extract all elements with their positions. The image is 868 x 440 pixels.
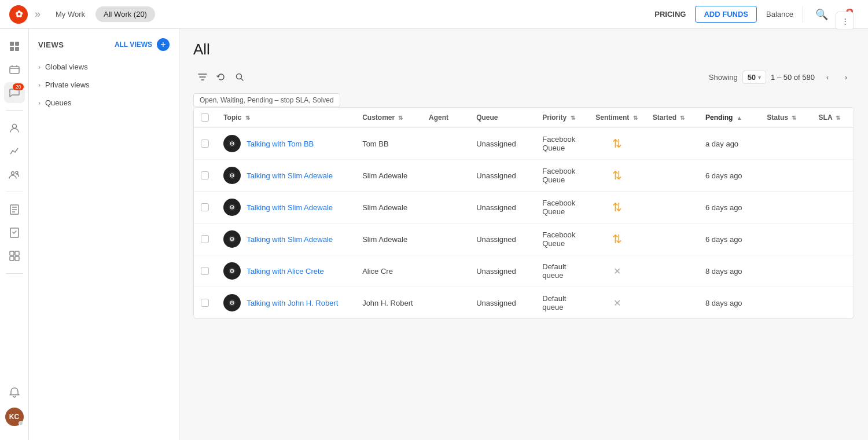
pending-sort-icon: ▲ [737, 115, 742, 121]
pricing-link[interactable]: PRICING [654, 10, 686, 19]
table-body: Talking with Tom BB Tom BB Unassigned Fa… [194, 128, 854, 319]
topic-link[interactable]: Talking with Slim Adewale [247, 235, 333, 244]
queues-label: Queues [45, 98, 72, 107]
agent-column-header[interactable]: Agent [422, 108, 469, 128]
pending-cell: 6 days ago [698, 223, 760, 255]
sentiment-cell: ✕ [589, 255, 645, 287]
status-column-header[interactable]: Status ⇅ [760, 108, 811, 128]
nav-divider [803, 6, 803, 23]
sla-column-header[interactable]: SLA ⇅ [812, 108, 854, 128]
private-views-item[interactable]: › Private views [29, 76, 179, 94]
topic-link[interactable]: Talking with John H. Robert [247, 299, 338, 307]
topic-link[interactable]: Talking with Alice Crete [247, 267, 324, 276]
reports-icon[interactable] [4, 141, 25, 162]
inbox-icon[interactable] [4, 59, 25, 80]
queue-cell: Unassigned [469, 128, 535, 160]
svg-rect-16 [15, 256, 19, 261]
sentiment-icon: ⇅ [612, 137, 622, 150]
reset-icon[interactable] [212, 68, 230, 86]
started-cell [646, 255, 698, 287]
main-layout: 20 KC [0, 29, 868, 440]
views-header: VIEWS ALL VIEWS + [29, 29, 179, 56]
notification-icon[interactable] [4, 382, 25, 403]
avatar-initials: KC [9, 413, 19, 421]
topic-link[interactable]: Talking with Slim Adewale [247, 171, 333, 180]
sla-cell [812, 128, 854, 160]
row-checkbox[interactable] [201, 171, 209, 179]
showing-count-select[interactable]: 50 ▾ [742, 71, 766, 84]
nav-expand-button[interactable]: » [32, 6, 43, 23]
priority-cell: Facebook Queue [535, 160, 589, 192]
pending-cell: 8 days ago [698, 255, 760, 287]
add-funds-button[interactable]: ADD FUNDS [695, 6, 757, 23]
queues-item[interactable]: › Queues [29, 94, 179, 112]
row-checkbox[interactable] [201, 235, 209, 243]
topic-column-header[interactable]: Topic ⇅ [216, 108, 355, 128]
sla-cell [812, 223, 854, 255]
sla-cell [812, 287, 854, 319]
dashboard-icon[interactable] [4, 36, 25, 57]
prev-page-button[interactable]: ‹ [819, 69, 836, 85]
svg-rect-0 [10, 42, 14, 46]
nav-tabs: My Work All Work (20) [47, 6, 155, 22]
topic-cell: Talking with Slim Adewale [216, 160, 355, 192]
grid2-icon[interactable] [4, 245, 25, 266]
table-row: Talking with Tom BB Tom BB Unassigned Fa… [194, 128, 854, 160]
row-checkbox[interactable] [201, 267, 209, 275]
pending-cell: 6 days ago [698, 160, 760, 192]
status-cell [760, 160, 811, 192]
priority-sort-icon: ⇅ [571, 115, 575, 121]
row-checkbox[interactable] [201, 299, 209, 307]
topic-cell: Talking with Alice Crete [216, 255, 355, 287]
svg-point-5 [12, 124, 16, 129]
row-checkbox-cell [194, 128, 216, 160]
topic-link[interactable]: Talking with Tom BB [247, 140, 314, 148]
agent-cell [422, 255, 469, 287]
topic-cell: Talking with John H. Robert [216, 287, 355, 319]
filter-icon[interactable] [193, 68, 212, 86]
global-views-item[interactable]: › Global views [29, 58, 179, 76]
showing-count-chevron: ▾ [758, 74, 761, 80]
avatar[interactable]: KC [5, 408, 24, 426]
private-views-label: Private views [45, 80, 90, 89]
search-toolbar-icon[interactable] [230, 68, 249, 86]
row-checkbox[interactable] [201, 140, 209, 148]
audit-icon[interactable] [4, 222, 25, 243]
queue-cell: Unassigned [469, 192, 535, 223]
sla-cell [812, 255, 854, 287]
started-column-header[interactable]: Started ⇅ [646, 108, 698, 128]
sentiment-column-header[interactable]: Sentiment ⇅ [589, 108, 645, 128]
filter-tag[interactable]: Open, Waiting, Pending – stop SLA, Solve… [193, 93, 340, 107]
teams-icon[interactable] [4, 164, 25, 185]
started-cell [646, 287, 698, 319]
svg-point-6 [11, 172, 14, 175]
more-options-button[interactable]: ⋮ [836, 29, 854, 30]
conversations-icon[interactable]: 20 [4, 82, 25, 103]
svg-point-24 [231, 175, 233, 176]
next-page-button[interactable]: › [838, 69, 854, 85]
row-checkbox-cell [194, 160, 216, 192]
select-all-checkbox[interactable] [201, 113, 209, 122]
my-work-tab[interactable]: My Work [47, 6, 93, 22]
table-row: Talking with Alice Crete Alice Cre Unass… [194, 255, 854, 287]
row-checkbox[interactable] [201, 203, 209, 211]
customer-cell: Slim Adewale [355, 223, 422, 255]
agent-cell [422, 160, 469, 192]
priority-column-header[interactable]: Priority ⇅ [535, 108, 589, 128]
showing-count-value: 50 [748, 73, 756, 82]
queue-column-header[interactable]: Queue [469, 108, 535, 128]
select-all-header[interactable] [194, 108, 216, 128]
all-work-tab[interactable]: All Work (20) [95, 6, 155, 22]
avatar-status-dot [19, 421, 23, 426]
pending-column-header[interactable]: Pending ▲ [698, 108, 760, 128]
contacts-icon[interactable] [4, 118, 25, 138]
views-groups: › Global views › Private views › Queues [29, 56, 179, 114]
customer-column-header[interactable]: Customer ⇅ [355, 108, 422, 128]
status-sort-icon: ⇅ [792, 115, 796, 121]
all-views-button[interactable]: ALL VIEWS [115, 41, 152, 49]
search-icon[interactable]: 🔍 [812, 5, 831, 24]
topic-link[interactable]: Talking with Slim Adewale [247, 203, 333, 212]
conversation-icon [223, 262, 241, 280]
knowledge-icon[interactable] [4, 199, 25, 220]
add-view-button[interactable]: + [157, 38, 170, 51]
